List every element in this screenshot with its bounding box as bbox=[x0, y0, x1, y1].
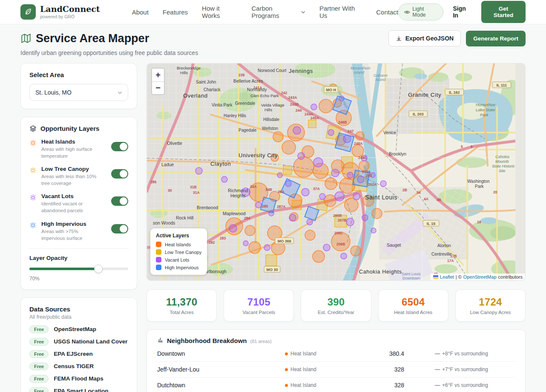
svg-text:283: 283 bbox=[220, 236, 226, 240]
layer-toggle[interactable] bbox=[111, 169, 128, 179]
data-source-row: Free USGS National Land Cover bbox=[29, 338, 128, 346]
svg-text:Centreville: Centreville bbox=[431, 252, 452, 257]
main-nav: About Features How it Works Carbon Progr… bbox=[132, 5, 398, 19]
svg-text:34A: 34A bbox=[250, 184, 257, 189]
svg-text:Island: Island bbox=[354, 70, 365, 75]
layer-item: High Impervious Areas with >75% impervio… bbox=[29, 221, 128, 242]
free-badge: Free bbox=[29, 326, 49, 333]
select-area-heading: Select Area bbox=[29, 71, 128, 78]
stat-value: 390 bbox=[305, 296, 366, 308]
stat-value: 6504 bbox=[383, 296, 444, 308]
svg-text:Hillsdale: Hillsdale bbox=[263, 117, 279, 122]
legend-title: Active Layers bbox=[156, 233, 201, 239]
svg-text:Rock Hill: Rock Hill bbox=[176, 215, 193, 220]
heat-island-dot bbox=[285, 384, 288, 387]
map-icon bbox=[20, 33, 32, 44]
svg-text:290B: 290B bbox=[333, 213, 342, 218]
stat-value: 11,370 bbox=[151, 296, 212, 308]
svg-text:Downtown: Downtown bbox=[402, 276, 420, 280]
nav-item[interactable]: Contact bbox=[376, 9, 398, 16]
svg-text:Charlack: Charlack bbox=[204, 87, 221, 92]
nav-item[interactable]: How it Works bbox=[202, 5, 237, 19]
map-attribution: Leaflet | © OpenStreetMap contributors bbox=[431, 274, 525, 280]
download-icon bbox=[396, 35, 402, 42]
svg-text:Saint John: Saint John bbox=[196, 80, 216, 84]
svg-text:IL 203: IL 203 bbox=[413, 112, 423, 116]
svg-text:Olivette: Olivette bbox=[167, 141, 182, 146]
svg-text:246B: 246B bbox=[338, 120, 347, 124]
svg-text:245A: 245A bbox=[310, 116, 319, 120]
brand-tagline: powered by GRŌ bbox=[40, 14, 100, 19]
svg-text:Velda Village: Velda Village bbox=[261, 103, 284, 107]
legend-item: Heat Islands bbox=[156, 242, 201, 247]
opacity-slider[interactable] bbox=[29, 265, 128, 273]
layer-toggle[interactable] bbox=[111, 142, 128, 151]
svg-text:State Historic: State Historic bbox=[492, 164, 515, 168]
svg-text:6: 6 bbox=[471, 144, 473, 149]
svg-text:37A: 37A bbox=[313, 187, 320, 191]
svg-text:30: 30 bbox=[168, 188, 172, 193]
leaflet-link[interactable]: Leaflet bbox=[440, 274, 454, 280]
svg-text:239: 239 bbox=[239, 73, 244, 77]
control-sidebar: Select Area St. Louis, MO Opportunity La… bbox=[20, 63, 137, 392]
export-geojson-button[interactable]: Export GeoJSON bbox=[388, 30, 461, 46]
nav-item[interactable]: Partner With Us bbox=[319, 5, 362, 19]
free-badge: Free bbox=[29, 338, 49, 346]
page-subtitle: Identify urban greening opportunities us… bbox=[20, 49, 526, 56]
svg-text:286: 286 bbox=[150, 180, 156, 184]
svg-text:Bellerive Acres: Bellerive Acres bbox=[233, 78, 263, 84]
stat-card: 6504 Heat Island Acres bbox=[378, 289, 448, 322]
svg-text:285: 285 bbox=[262, 204, 268, 208]
legend-item: Low Tree Canopy bbox=[156, 249, 201, 255]
brand-logo[interactable]: LandConnect powered by GRŌ bbox=[20, 4, 100, 20]
sign-in-link[interactable]: Sign In bbox=[453, 5, 472, 19]
get-started-button[interactable]: Get Started bbox=[481, 1, 526, 23]
opacity-label: Layer Opacity bbox=[29, 255, 128, 261]
nav-item[interactable]: Carbon Programs bbox=[252, 5, 305, 19]
svg-text:Gabaret: Gabaret bbox=[374, 73, 388, 78]
generate-report-button[interactable]: Generate Report bbox=[466, 31, 526, 46]
svg-text:MO 366: MO 366 bbox=[278, 239, 291, 243]
legend-items: Heat Islands Low Tree Canopy Vacant Lots bbox=[156, 242, 201, 270]
layer-toggle[interactable] bbox=[111, 196, 128, 206]
layer-type-icon bbox=[29, 221, 37, 242]
svg-text:Overland: Overland bbox=[183, 92, 208, 99]
data-source-row: Free Census TIGER bbox=[29, 363, 128, 370]
svg-text:Cahokia Heights: Cahokia Heights bbox=[359, 269, 402, 275]
stat-card: 390 Est. Credits/Year bbox=[301, 289, 371, 322]
svg-text:248C: 248C bbox=[358, 156, 367, 160]
svg-text:Saint Louis: Saint Louis bbox=[365, 194, 397, 201]
svg-text:287A: 287A bbox=[277, 205, 285, 209]
zoom-out-button[interactable]: − bbox=[152, 81, 164, 94]
data-source-row: Free OpenStreetMap bbox=[29, 326, 128, 333]
layers-icon bbox=[29, 125, 37, 132]
svg-text:Greendale: Greendale bbox=[235, 101, 255, 106]
layer-item: Heat Islands Areas with high surface tem… bbox=[29, 138, 128, 159]
slider-knob[interactable] bbox=[94, 265, 103, 273]
nav-item[interactable]: Features bbox=[163, 9, 188, 16]
svg-text:247: 247 bbox=[348, 129, 353, 133]
legend-item: High Impervious bbox=[156, 265, 201, 270]
svg-text:IL 162: IL 162 bbox=[449, 90, 460, 95]
nav-item[interactable]: About bbox=[132, 9, 149, 16]
svg-text:205C: 205C bbox=[334, 231, 343, 235]
svg-text:Glen Echo Park: Glen Echo Park bbox=[250, 93, 279, 98]
data-sources-subtitle: All free/public data bbox=[29, 314, 128, 320]
svg-text:Granite City: Granite City bbox=[408, 92, 441, 98]
area-select-value: St. Louis, MO bbox=[35, 89, 72, 96]
divider bbox=[29, 248, 129, 249]
opportunity-layers-card: Opportunity Layers Heat Islands Areas wi… bbox=[20, 117, 137, 290]
svg-text:Park: Park bbox=[480, 112, 489, 117]
layer-toggle[interactable] bbox=[111, 224, 128, 233]
chevron-down-icon bbox=[118, 91, 122, 94]
zoom-in-button[interactable]: + bbox=[152, 69, 164, 81]
data-sources-card: Data Sources All free/public data Free O… bbox=[20, 297, 137, 392]
svg-text:4A: 4A bbox=[424, 197, 428, 201]
osm-link[interactable]: OpenStreetMap bbox=[463, 274, 497, 280]
light-mode-toggle[interactable]: Light Mode bbox=[398, 3, 444, 20]
legend-color-chip bbox=[156, 249, 161, 255]
ukraine-flag-icon bbox=[433, 275, 438, 279]
eye-icon bbox=[404, 10, 410, 14]
layer-item: Vacant Lots Identified vacant or abandon… bbox=[29, 193, 128, 214]
area-select[interactable]: St. Louis, MO bbox=[29, 84, 128, 101]
